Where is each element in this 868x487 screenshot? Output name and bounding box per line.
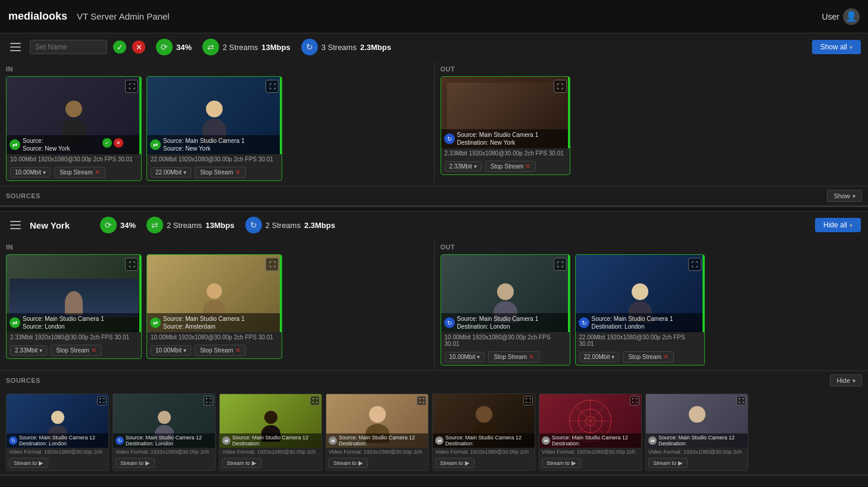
arrow-right-icon: ▶	[145, 460, 150, 466]
fullscreen-button[interactable]: ⛶	[688, 258, 701, 271]
fullscreen-button[interactable]: ⛶	[554, 80, 567, 93]
stop-x-icon: ✕	[529, 353, 534, 361]
bitrate-badge: 2.33Mbit ▾	[445, 161, 482, 171]
out-streams-icon: ↻	[245, 217, 262, 233]
stream-to-button[interactable]: Stream to ▶	[115, 458, 155, 468]
stream-to-button[interactable]: Stream to ▶	[9, 458, 48, 468]
thumb-overlay: ↻ Source: Main Studio Camera 1 Destinati…	[441, 129, 570, 148]
stream-source-icon: ↻	[579, 317, 589, 328]
server1-cancel-button[interactable]: ✕	[132, 40, 145, 54]
server2-hide-button[interactable]: Hide ▾	[830, 374, 862, 386]
source-icon: ↻	[9, 436, 17, 445]
server1-show-all-button[interactable]: Show all ▾	[812, 40, 861, 54]
fullscreen-button[interactable]: ⛶	[310, 396, 320, 405]
stream-source-icon: ⇄	[150, 317, 161, 328]
server2-toolbar: New York ⟳ 34% ⇄ 2 Streams 13Mbps ↻ 2 St…	[0, 211, 868, 239]
user-button[interactable]: User 👤	[822, 8, 860, 25]
out-streams-icon: ↻	[301, 39, 318, 55]
section-divider	[0, 207, 868, 211]
source-thumb-card: ⇄ Source: Main Studio Camera 12 Destinat…	[645, 394, 748, 471]
video-thumbnail: ↻ Source: Main Studio Camera 1 Destinati…	[441, 77, 570, 148]
stream-source-info: Source: Source: New York	[23, 137, 70, 152]
stream-source-icon: ⇄	[10, 139, 20, 150]
fullscreen-button[interactable]: ⛶	[417, 396, 426, 405]
header: medialooks VT Server Admin Panel User 👤	[0, 0, 868, 33]
stop-stream-button[interactable]: Stop Stream ✕	[195, 167, 246, 178]
fullscreen-button[interactable]: ⛶	[125, 258, 138, 271]
fullscreen-button[interactable]: ⛶	[266, 258, 279, 271]
stream-source-icon: ↻	[444, 317, 455, 328]
fullscreen-button[interactable]: ⛶	[266, 80, 279, 93]
bitrate-chevron-icon: ▾	[474, 163, 477, 170]
stream-stats: 10.00Mbit 1920x1080@30.00p 2ch FPS 30.01	[147, 332, 282, 342]
fullscreen-button[interactable]: ⛶	[204, 396, 213, 405]
card-cancel-button[interactable]: ✕	[114, 138, 123, 148]
source-info: Source: Main Studio Camera 12 Destinatio…	[126, 435, 202, 447]
stop-stream-button[interactable]: Stop Stream ✕	[623, 351, 674, 363]
stream-card: ⇄ Source: Source: New York ✓ ✕ ⛶	[6, 76, 142, 181]
server1-out-bandwidth: 2.3Mbps	[360, 43, 391, 52]
server1-menu-button[interactable]	[7, 39, 24, 55]
server1-show-button[interactable]: Show ▾	[827, 190, 862, 202]
stream-to-button[interactable]: Stream to ▶	[329, 458, 368, 468]
stop-x-icon: ✕	[525, 163, 530, 170]
source-icon: ↻	[115, 436, 124, 445]
source-format: Video Format: 1920x1080@30.00p 2ch	[7, 448, 108, 456]
stream-to-button[interactable]: Stream to ▶	[542, 458, 581, 468]
source-icon: ⇄	[329, 436, 337, 445]
fullscreen-button[interactable]: ⛶	[630, 396, 639, 405]
stream-source-info: Source: Main Studio Camera 1 Source: Lon…	[23, 315, 104, 330]
source-thumb-card: ⇄ Source: Main Studio Camera 12 Destinat…	[326, 394, 429, 471]
server1-name-input[interactable]	[30, 40, 107, 54]
fullscreen-button[interactable]: ⛶	[523, 396, 533, 405]
server1-confirm-button[interactable]: ✓	[113, 40, 126, 54]
server2-hide-all-button[interactable]: Hide all ▾	[815, 218, 861, 232]
cpu-icon: ⟳	[100, 217, 117, 233]
bitrate-badge: 10.00Mbit ▾	[445, 352, 485, 362]
source-thumb-card: ↻ Source: Main Studio Camera 12 Destinat…	[113, 394, 216, 471]
source-video-thumbnail: ⇄ Source: Main Studio Camera 12 Destinat…	[433, 394, 535, 448]
logo: medialooks	[8, 10, 67, 23]
fullscreen-button[interactable]: ⛶	[125, 80, 138, 93]
server1-content: IN ⇄ Source: Source: New York	[0, 61, 868, 186]
stream-card: ↻ Source: Main Studio Camera 1 Destinati…	[441, 254, 570, 366]
server2-in-section: IN ⇄ Source: Main Studio Camera 1 So	[0, 239, 435, 370]
stop-x-icon: ✕	[235, 168, 241, 176]
stream-to-button[interactable]: Stream to ▶	[435, 458, 474, 468]
thumb-overlay: ⇄ Source: Main Studio Camera 1 Source: N…	[147, 135, 282, 154]
server1-in-bandwidth: 13Mbps	[261, 43, 290, 52]
stop-stream-button[interactable]: Stop Stream ✕	[51, 345, 102, 356]
bitrate-badge: 22.00Mbit ▾	[151, 167, 191, 177]
stream-source-info: Source: Main Studio Camera 1 Destination…	[592, 315, 673, 330]
stop-stream-button[interactable]: Stop Stream ✕	[488, 351, 539, 363]
stream-to-button[interactable]: Stream to ▶	[648, 458, 688, 468]
stream-source-icon: ⇄	[10, 317, 20, 328]
server1-out-label: OUT	[441, 65, 863, 73]
card-confirm-button[interactable]: ✓	[102, 138, 112, 148]
fullscreen-button[interactable]: ⛶	[736, 396, 746, 405]
stream-controls: 2.33Mbit ▾ Stop Stream ✕	[7, 342, 141, 358]
server2-out-bandwidth: 2.3Mbps	[304, 221, 335, 230]
stop-stream-button[interactable]: Stop Stream ✕	[54, 167, 105, 178]
stream-controls: 22.00Mbit ▾ Stop Stream ✕	[576, 349, 704, 365]
stream-to-button[interactable]: Stream to ▶	[222, 458, 261, 468]
source-thumb-card: ↻ Source: Main Studio Camera 12 Destinat…	[6, 394, 109, 471]
source-info: Source: Main Studio Camera 12 Destinatio…	[445, 435, 522, 447]
server2-out-stat: ↻ 2 Streams 2.3Mbps	[245, 217, 335, 233]
stream-card: ↻ Source: Main Studio Camera 1 Destinati…	[441, 76, 570, 175]
server2-in-label: IN	[6, 244, 428, 251]
source-thumb-overlay: ⇄ Source: Main Studio Camera 12 Destinat…	[433, 433, 535, 448]
stop-stream-button[interactable]: Stop Stream ✕	[485, 161, 536, 172]
server1-row: ✓ ✕ ⟳ 34% ⇄ 2 Streams 13Mbps ↻ 3 Streams…	[0, 33, 868, 207]
source-icon: ⇄	[542, 436, 550, 445]
bitrate-chevron-icon: ▾	[183, 347, 186, 354]
server2-menu-button[interactable]	[7, 217, 24, 233]
fullscreen-button[interactable]: ⛶	[97, 396, 107, 405]
stop-stream-button[interactable]: Stop Stream ✕	[195, 345, 246, 356]
server1-in-label: IN	[6, 65, 428, 73]
stream-source-info: Source: Main Studio Camera 1 Source: New…	[163, 137, 245, 152]
stream-source-icon: ⇄	[150, 139, 161, 150]
fullscreen-button[interactable]: ⛶	[554, 258, 567, 271]
source-info: Source: Main Studio Camera 12 Destinatio…	[19, 435, 95, 447]
arrow-right-icon: ▶	[358, 460, 363, 466]
